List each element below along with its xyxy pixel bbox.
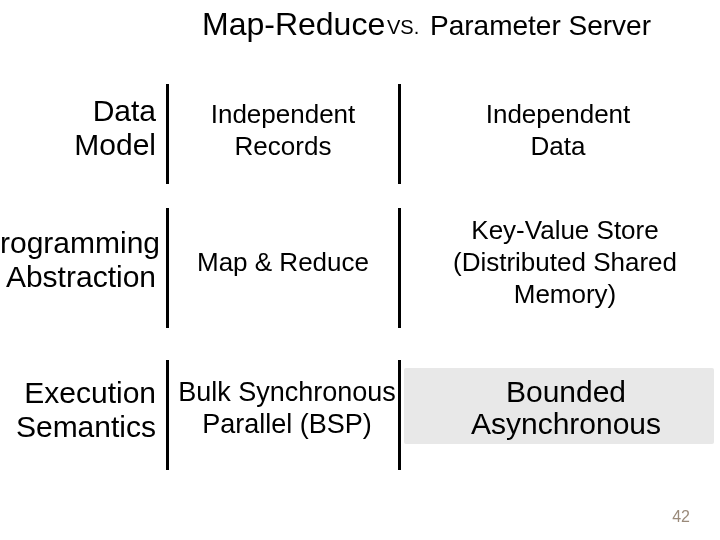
cell-paramserver: Key-Value Store(Distributed SharedMemory… <box>400 214 720 310</box>
divider-icon <box>398 360 401 470</box>
slide: Map-Reduce VS. Parameter Server DataMode… <box>0 0 720 540</box>
row-data-model: DataModel IndependentRecords Independent… <box>0 84 720 184</box>
divider-icon <box>166 360 169 470</box>
cell-paramserver: IndependentData <box>408 98 708 162</box>
cell-paramserver: BoundedAsynchronous <box>406 376 720 440</box>
title-left: Map-Reduce <box>202 6 385 43</box>
row-label: ExecutionSemantics <box>0 376 156 444</box>
row-label: DataModel <box>0 94 156 162</box>
title-vs: VS. <box>387 16 419 39</box>
cell-mapreduce: Bulk SynchronousParallel (BSP) <box>170 376 404 440</box>
cell-mapreduce: Map & Reduce <box>178 246 388 278</box>
divider-icon <box>398 84 401 184</box>
title-right: Parameter Server <box>430 10 651 42</box>
divider-icon <box>166 208 169 328</box>
divider-icon <box>166 84 169 184</box>
row-execution-semantics: ExecutionSemantics Bulk SynchronousParal… <box>0 360 720 470</box>
cell-mapreduce: IndependentRecords <box>178 98 388 162</box>
row-label: ProgrammingAbstraction <box>0 226 156 294</box>
page-number: 42 <box>672 508 690 526</box>
title-row: Map-Reduce VS. Parameter Server <box>0 6 720 52</box>
row-programming-abstraction: ProgrammingAbstraction Map & Reduce Key-… <box>0 208 720 328</box>
